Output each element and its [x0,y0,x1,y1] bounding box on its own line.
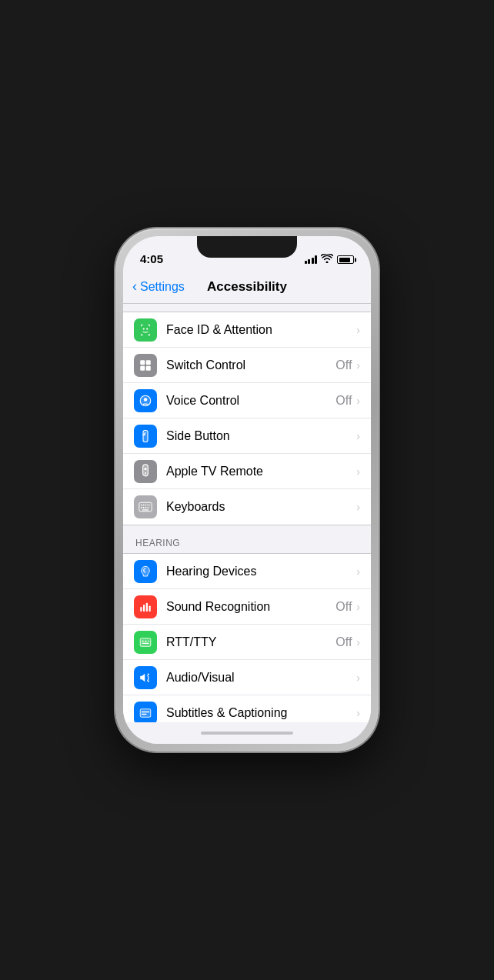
svg-rect-25 [146,602,148,611]
svg-rect-14 [143,505,145,506]
side-button-icon [134,425,157,448]
hearing-list: Hearing Devices › Sound Recog [123,553,371,722]
voice-control-chevron: › [356,395,360,407]
face-id-label: Face ID & Attention [166,323,355,337]
apple-tv-remote-label: Apple TV Remote [166,465,355,478]
apple-tv-remote-chevron: › [356,465,360,478]
rtt-tty-label: RTT/TTY [166,635,335,649]
sound-recognition-chevron: › [356,601,360,613]
scroll-content[interactable]: Face ID & Attention › Switch [123,304,371,722]
interaction-section: Face ID & Attention › Switch [123,304,371,525]
svg-rect-27 [140,638,151,646]
notch [197,236,297,258]
chevron-left-icon: ‹ [132,278,137,295]
hearing-devices-chevron: › [356,565,360,578]
voice-control-label: Voice Control [166,394,335,408]
rtt-tty-item[interactable]: RTT/TTY Off › [123,625,371,660]
page-title: Accessibility [207,279,287,295]
svg-rect-19 [143,507,145,508]
svg-rect-29 [145,640,146,642]
svg-rect-22 [142,509,149,510]
battery-icon [337,255,354,264]
face-id-chevron: › [356,324,360,336]
svg-rect-18 [141,507,142,508]
side-button-item[interactable]: Side Button › [123,418,371,454]
audio-visual-label: Audio/Visual [166,671,355,685]
svg-rect-5 [146,365,151,370]
phone-screen: 4:05 [123,236,371,744]
svg-rect-34 [140,709,151,718]
switch-control-value: Off [335,358,352,372]
hearing-devices-label: Hearing Devices [166,565,355,578]
hearing-devices-icon [134,560,157,583]
svg-rect-4 [140,365,145,370]
sound-recognition-icon [134,595,157,618]
subtitles-label: Subtitles & Captioning [166,706,355,720]
svg-rect-23 [140,607,142,612]
svg-point-0 [143,328,145,329]
face-id-icon [134,318,157,342]
sound-recognition-value: Off [335,600,352,614]
svg-point-32 [148,680,149,682]
voice-control-value: Off [335,394,352,408]
wifi-icon [321,254,333,265]
keyboards-chevron: › [356,501,360,513]
rtt-tty-chevron: › [356,636,360,648]
voice-control-icon [134,389,157,412]
nav-bar: ‹ Settings Accessibility [123,270,371,304]
home-bar [201,732,293,735]
switch-control-item[interactable]: Switch Control Off › [123,348,371,383]
svg-rect-16 [147,505,149,506]
signal-icon [305,255,318,264]
sound-recognition-item[interactable]: Sound Recognition Off › [123,589,371,625]
subtitles-chevron: › [356,707,360,719]
sound-recognition-label: Sound Recognition [166,600,335,614]
svg-rect-8 [143,430,148,442]
svg-rect-24 [143,605,145,612]
phone-frame: 4:05 [115,228,379,752]
keyboards-label: Keyboards [166,500,355,514]
switch-control-label: Switch Control [166,358,335,372]
svg-rect-26 [149,605,151,612]
hearing-header: HEARING [123,525,371,553]
svg-point-1 [146,328,148,329]
voice-control-item[interactable]: Voice Control Off › [123,383,371,418]
keyboards-item[interactable]: Keyboards › [123,489,371,525]
side-button-label: Side Button [166,429,355,443]
side-button-chevron: › [356,430,360,442]
svg-rect-35 [142,712,150,713]
apple-tv-remote-icon [134,460,157,483]
keyboards-icon [134,495,157,518]
svg-rect-20 [145,507,147,508]
svg-rect-3 [146,360,151,365]
subtitles-icon [134,702,157,722]
switch-control-chevron: › [356,359,360,372]
apple-tv-remote-item[interactable]: Apple TV Remote › [123,454,371,489]
home-indicator [123,722,371,744]
svg-point-33 [148,673,149,675]
switch-control-icon [134,354,157,377]
svg-rect-36 [142,714,147,715]
svg-point-7 [144,398,148,402]
subtitles-item[interactable]: Subtitles & Captioning › [123,695,371,722]
svg-rect-30 [148,640,149,642]
rtt-tty-icon [134,631,157,654]
svg-rect-11 [145,472,146,474]
back-label: Settings [140,280,185,294]
audio-visual-chevron: › [356,672,360,684]
rtt-tty-value: Off [335,635,352,649]
svg-rect-17 [149,505,150,506]
svg-rect-2 [140,360,145,365]
audio-visual-icon [134,666,157,689]
back-button[interactable]: ‹ Settings [132,278,185,295]
interaction-list: Face ID & Attention › Switch [123,312,371,525]
face-id-item[interactable]: Face ID & Attention › [123,312,371,348]
svg-rect-13 [141,505,142,506]
audio-visual-item[interactable]: Audio/Visual › [123,660,371,695]
svg-rect-21 [147,507,149,508]
svg-rect-15 [145,505,147,506]
status-time: 4:05 [140,252,163,265]
svg-rect-31 [142,642,149,643]
hearing-devices-item[interactable]: Hearing Devices › [123,554,371,589]
svg-point-10 [144,468,146,470]
